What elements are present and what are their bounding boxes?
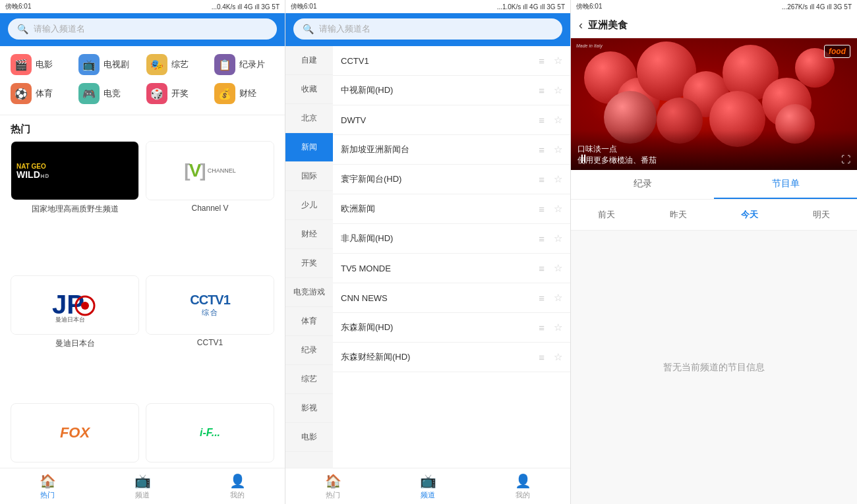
- hot-item-iqiyi[interactable]: i-F...: [146, 403, 274, 462]
- cat-movie[interactable]: 🎬 电影: [11, 54, 71, 75]
- star-icon-6[interactable]: ☆: [554, 233, 562, 244]
- tab-schedule[interactable]: 节目单: [714, 170, 857, 199]
- sidebar-item-movie2[interactable]: 影视: [285, 394, 333, 423]
- channel-actions-9: ≡ ☆: [539, 322, 562, 333]
- channelv-text: [V]: [184, 160, 204, 181]
- nav-mine-label-2: 我的: [516, 490, 530, 500]
- star-icon-3[interactable]: ☆: [554, 144, 562, 155]
- menu-icon-3[interactable]: ≡: [539, 144, 545, 155]
- star-icon-4[interactable]: ☆: [554, 173, 562, 185]
- channel-item-3[interactable]: 新加坡亚洲新闻台 ≡ ☆: [333, 135, 570, 165]
- channel-name-7: TV5 MONDE: [341, 264, 539, 273]
- channel-actions-2: ≡ ☆: [539, 114, 562, 126]
- sidebar-item-favorite[interactable]: 收藏: [285, 75, 333, 104]
- menu-icon-10[interactable]: ≡: [539, 352, 545, 363]
- nav-mine-1[interactable]: 👤 我的: [190, 468, 285, 504]
- menu-icon-5[interactable]: ≡: [539, 204, 545, 215]
- back-button[interactable]: ‹: [579, 18, 583, 32]
- channel-item-7[interactable]: TV5 MONDE ≡ ☆: [333, 254, 570, 283]
- day-tomorrow[interactable]: 明天: [786, 206, 858, 223]
- video-player[interactable]: Made in Italy food 口味淡一点 使用更多橄榄油、番茄 ⏸ ⛶: [571, 38, 857, 170]
- day-yesterday[interactable]: 昨天: [643, 206, 715, 223]
- channel-item-8[interactable]: CNN NEWS ≡ ☆: [333, 283, 570, 313]
- menu-icon-2[interactable]: ≡: [539, 115, 545, 126]
- channel-actions-1: ≡ ☆: [539, 84, 562, 96]
- channel-actions-4: ≡ ☆: [539, 173, 562, 185]
- channel-list: CCTV1 ≡ ☆ 中视新闻(HD) ≡ ☆ DWTV ≡ ☆: [333, 46, 570, 468]
- star-icon-0[interactable]: ☆: [554, 55, 562, 67]
- star-icon-1[interactable]: ☆: [554, 84, 562, 96]
- nav-channel-2[interactable]: 📺 频道: [380, 468, 475, 504]
- channel-item-10[interactable]: 东森财经新闻(HD) ≡ ☆: [333, 343, 570, 372]
- hot-item-natgeo[interactable]: NAT GEO WILDʜᴅ 国家地理高画质野生频道: [11, 141, 139, 269]
- star-icon-5[interactable]: ☆: [554, 203, 562, 215]
- sidebar-item-news[interactable]: 新闻: [285, 133, 333, 162]
- nav-hot-1[interactable]: 🏠 热门: [0, 468, 95, 504]
- food-watermark: food: [824, 45, 850, 58]
- sidebar-item-beijing[interactable]: 北京: [285, 104, 333, 133]
- channel-item-9[interactable]: 东森新闻(HD) ≡ ☆: [333, 313, 570, 343]
- nav-channel-1[interactable]: 📺 频道: [95, 468, 190, 504]
- cat-variety[interactable]: 🎭 综艺: [146, 54, 206, 75]
- sidebar-item-international[interactable]: 国际: [285, 162, 333, 191]
- menu-icon-1[interactable]: ≡: [539, 85, 545, 96]
- menu-icon-6[interactable]: ≡: [539, 233, 545, 244]
- menu-icon-4[interactable]: ≡: [539, 174, 545, 185]
- natgeo-label: 国家地理高画质野生频道: [32, 204, 119, 215]
- made-in-italy-text: Made in Italy: [576, 43, 603, 48]
- cat-sports[interactable]: ⚽ 体育: [11, 83, 71, 104]
- bottom-nav-2: 🏠 热门 📺 频道 👤 我的: [285, 468, 570, 504]
- sidebar-item-children[interactable]: 少儿: [285, 191, 333, 220]
- tv-icon-nav-1: 📺: [134, 473, 151, 489]
- nav-hot-2[interactable]: 🏠 热门: [285, 468, 380, 504]
- hot-item-channelv[interactable]: [V] CHANNEL Channel V: [146, 141, 274, 269]
- hot-item-fox[interactable]: FOX: [11, 403, 139, 462]
- menu-icon-7[interactable]: ≡: [539, 263, 545, 274]
- star-icon-10[interactable]: ☆: [554, 351, 562, 363]
- no-program-message: 暂无当前频道的节目信息: [571, 231, 857, 504]
- sidebar-item-custom[interactable]: 自建: [285, 46, 333, 75]
- hot-item-cctv1[interactable]: CCTV1 综合 CCTV1: [146, 275, 274, 403]
- channel-actions-8: ≡ ☆: [539, 292, 562, 304]
- search-icon-1: 🔍: [17, 24, 28, 34]
- cat-documentary[interactable]: 📋 纪录片: [214, 54, 274, 75]
- divider-1: [0, 115, 285, 115]
- cat-tv[interactable]: 📺 电视剧: [78, 54, 138, 75]
- star-icon-8[interactable]: ☆: [554, 292, 562, 304]
- menu-icon-9[interactable]: ≡: [539, 322, 545, 333]
- channel-item-2[interactable]: DWTV ≡ ☆: [333, 105, 570, 135]
- jptv-label: 曼迪日本台: [55, 338, 95, 349]
- sidebar-item-variety[interactable]: 综艺: [285, 365, 333, 394]
- channel-item-4[interactable]: 寰宇新闻台(HD) ≡ ☆: [333, 165, 570, 194]
- pause-button[interactable]: ⏸: [577, 152, 589, 166]
- cat-lottery[interactable]: 🎲 开奖: [146, 83, 206, 104]
- sidebar-item-documentary[interactable]: 纪录: [285, 336, 333, 365]
- channel-item-6[interactable]: 非凡新闻(HD) ≡ ☆: [333, 224, 570, 254]
- status-bar-2: 傍晚6:01 ...1.0K/s ıll 4G ıll 3G 5T: [285, 0, 570, 13]
- hot-item-jptv[interactable]: JP 曼迪日本台 曼迪日本台: [11, 275, 139, 403]
- panel-channel: 傍晚6:01 ...1.0K/s ıll 4G ıll 3G 5T 🔍 请输入频…: [285, 0, 571, 504]
- channel-item-5[interactable]: 欧洲新闻 ≡ ☆: [333, 194, 570, 224]
- search-input-1[interactable]: 🔍 请输入频道名: [8, 18, 277, 40]
- channel-item-0[interactable]: CCTV1 ≡ ☆: [333, 46, 570, 76]
- menu-icon-0[interactable]: ≡: [539, 55, 545, 67]
- sidebar-item-movie3[interactable]: 电影: [285, 423, 333, 452]
- menu-icon-8[interactable]: ≡: [539, 293, 545, 304]
- sidebar-item-lottery[interactable]: 开奖: [285, 249, 333, 278]
- fullscreen-button[interactable]: ⛶: [841, 154, 850, 165]
- search-input-2[interactable]: 🔍 请输入频道名: [293, 18, 562, 40]
- nav-mine-2[interactable]: 👤 我的: [475, 468, 570, 504]
- day-before-yesterday[interactable]: 前天: [571, 206, 643, 223]
- sidebar-item-finance[interactable]: 财经: [285, 220, 333, 249]
- cat-finance[interactable]: 💰 财经: [214, 83, 274, 104]
- tab-documentary[interactable]: 纪录: [571, 170, 714, 199]
- star-icon-9[interactable]: ☆: [554, 322, 562, 333]
- sidebar-item-sports[interactable]: 体育: [285, 307, 333, 336]
- day-today[interactable]: 今天: [714, 206, 786, 223]
- cctv1-label: CCTV1: [197, 338, 223, 347]
- cat-esports[interactable]: 🎮 电竞: [78, 83, 138, 104]
- star-icon-7[interactable]: ☆: [554, 262, 562, 274]
- channel-item-1[interactable]: 中视新闻(HD) ≡ ☆: [333, 76, 570, 105]
- star-icon-2[interactable]: ☆: [554, 114, 562, 126]
- sidebar-item-esports[interactable]: 电竞游戏: [285, 278, 333, 307]
